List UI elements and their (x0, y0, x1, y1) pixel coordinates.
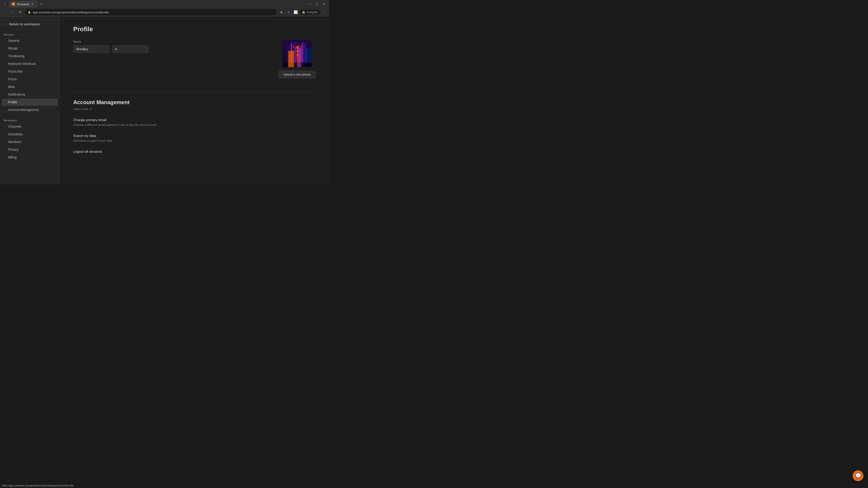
main-content: Profile Name (60, 17, 329, 184)
svg-rect-12 (302, 44, 303, 65)
back-btn[interactable]: ← (2, 9, 8, 15)
window-controls: — ◻ ✕ (307, 1, 327, 7)
change-email-desc: Choose a different email address to use … (73, 123, 315, 127)
browser-actions: ★ ⇓ ⬜ 🕵 Incognito ⋮ (278, 9, 327, 15)
upload-picture-btn[interactable]: Upload a new picture (278, 71, 315, 78)
account-section-label: Account (0, 31, 59, 37)
url-text: app.sunsama.com/group/moodjoy/settings/a… (33, 11, 274, 14)
name-fields (73, 45, 265, 53)
close-btn[interactable]: ✕ (321, 1, 327, 7)
name-label: Name (73, 40, 265, 43)
sidebar-item-profile[interactable]: Profile (2, 98, 58, 106)
tab-back-btn[interactable]: ‹ (2, 1, 8, 7)
sidebar-item-billing[interactable]: Billing (2, 154, 58, 161)
change-email-title: Change primary email (73, 118, 315, 122)
export-data-title: Export my data (73, 134, 315, 138)
tab-label: Sunsama (17, 2, 29, 6)
split-view-btn[interactable]: ⬜ (292, 9, 299, 15)
sidebar-item-focus-bar[interactable]: Focus Bar (2, 68, 58, 75)
url-bar[interactable]: 🔒 app.sunsama.com/group/moodjoy/settings… (25, 9, 277, 15)
account-management-title: Account Management (73, 99, 315, 105)
svg-rect-18 (282, 63, 312, 67)
tab-favicon: S (12, 2, 15, 6)
address-bar: ← → ↻ 🔒 app.sunsama.com/group/moodjoy/se… (0, 8, 329, 16)
profile-form: Name (73, 40, 265, 78)
return-arrow-icon: ← (4, 22, 7, 26)
more-btn[interactable]: ⋮ (321, 9, 327, 15)
sidebar-item-schedules[interactable]: Schedules (2, 131, 58, 138)
new-tab-btn[interactable]: + (38, 1, 44, 7)
bookmark-btn[interactable]: ★ (278, 9, 284, 15)
tab-bar: ‹ S Sunsama ✕ + — ◻ ✕ (0, 0, 329, 8)
profile-photo-img (282, 40, 312, 67)
profile-photo (282, 40, 312, 67)
svg-rect-19 (289, 63, 290, 66)
profile-photo-section: Upload a new picture (278, 40, 315, 78)
incognito-btn[interactable]: 🕵 Incognito (300, 10, 320, 15)
incognito-label: Incognito (307, 11, 318, 14)
incognito-icon: 🕵 (302, 11, 305, 14)
section-divider (73, 92, 315, 92)
learn-more-label: Learn more (73, 107, 88, 111)
logout-sessions-item: Logout all sessions (73, 150, 315, 153)
return-to-workspace-link[interactable]: ← Return to workspace (0, 20, 59, 28)
svg-rect-8 (297, 46, 298, 48)
workspace-section-label: Workspace (0, 117, 59, 123)
profile-section: Name (73, 40, 315, 78)
sidebar-item-timeboxing[interactable]: Timeboxing (2, 53, 58, 60)
app-container: ← Return to workspace Account General Ri… (0, 17, 329, 184)
download-btn[interactable]: ⇓ (285, 9, 291, 15)
svg-rect-10 (297, 54, 298, 56)
svg-rect-20 (297, 63, 297, 66)
browser-tab[interactable]: S Sunsama ✕ (9, 1, 37, 7)
lock-icon: 🔒 (28, 11, 31, 14)
svg-rect-9 (297, 50, 298, 53)
sidebar-item-general[interactable]: General (2, 37, 58, 44)
change-email-item: Change primary email Choose a different … (73, 118, 315, 127)
browser-chrome: ‹ S Sunsama ✕ + — ◻ ✕ ← → ↻ 🔒 app.sunsam… (0, 0, 329, 17)
svg-point-15 (293, 46, 294, 47)
sidebar-item-notifications[interactable]: Notifications (2, 91, 58, 98)
sidebar-item-beta[interactable]: Beta (2, 83, 58, 90)
export-data-desc: Download a copy of your data (73, 139, 315, 142)
export-data-item: Export my data Download a copy of your d… (73, 134, 315, 142)
svg-rect-5 (291, 43, 292, 66)
first-name-input[interactable] (73, 45, 110, 53)
learn-more-link[interactable]: Learn more ↗ (73, 107, 315, 111)
profile-section-title: Profile (73, 26, 315, 33)
svg-point-16 (298, 44, 299, 45)
sidebar-item-privacy[interactable]: Privacy (2, 146, 58, 153)
refresh-btn[interactable]: ↻ (17, 9, 24, 15)
sidebar-item-channels[interactable]: Channels (2, 123, 58, 130)
return-label: Return to workspace (9, 22, 40, 26)
forward-btn[interactable]: → (9, 9, 16, 15)
minimize-btn[interactable]: — (307, 1, 313, 7)
logout-sessions-title: Logout all sessions (73, 150, 315, 153)
svg-point-17 (302, 42, 303, 43)
sidebar-item-focus[interactable]: Focus (2, 75, 58, 83)
sidebar-item-members[interactable]: Members (2, 138, 58, 145)
last-name-input[interactable] (112, 45, 148, 53)
sidebar-item-account-management[interactable]: Account Management (2, 106, 58, 113)
sidebar-item-keyboard-shortcuts[interactable]: Keyboard Shortcuts (2, 60, 58, 67)
sidebar-item-rituals[interactable]: Rituals (2, 45, 58, 52)
restore-btn[interactable]: ◻ (314, 1, 320, 7)
external-link-icon: ↗ (90, 107, 92, 111)
sidebar: ← Return to workspace Account General Ri… (0, 17, 60, 184)
tab-close-btn[interactable]: ✕ (31, 2, 35, 6)
